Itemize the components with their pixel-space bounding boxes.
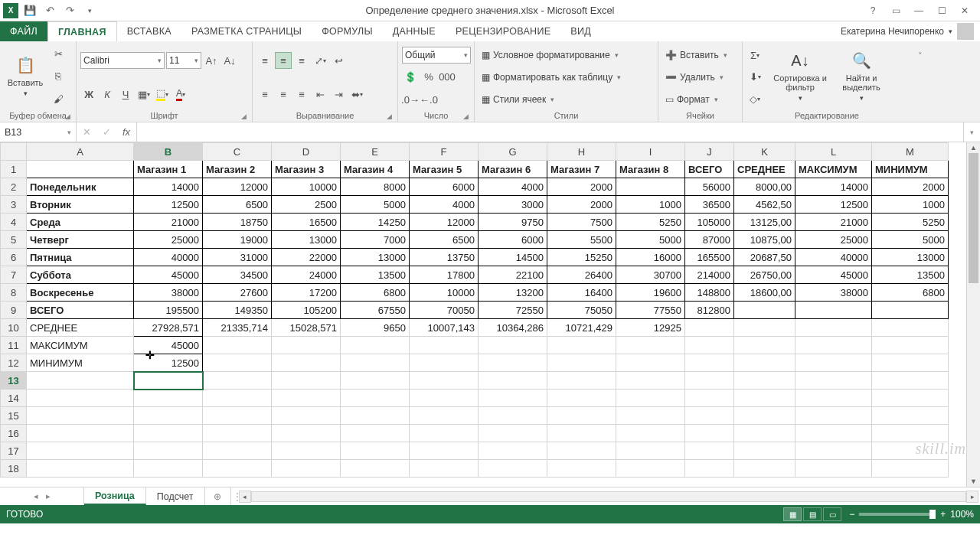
empty-cell[interactable] — [872, 390, 949, 407]
data-cell[interactable]: 2000 — [872, 178, 949, 196]
empty-cell[interactable] — [272, 425, 341, 442]
data-cell[interactable]: 21000 — [795, 214, 872, 231]
find-select-button[interactable]: 🔍Найти и выделить▾ — [831, 44, 892, 109]
border-icon[interactable]: ▦▾ — [136, 86, 152, 103]
account-name[interactable]: Екатерина Нечипоренко▾ — [841, 21, 980, 41]
row-label[interactable]: Пятница — [27, 249, 134, 266]
header-cell[interactable]: СРЕДНЕЕ — [734, 161, 795, 178]
row-header[interactable]: 7 — [1, 266, 27, 284]
vertical-scrollbar[interactable]: ▲ ▼ — [966, 142, 980, 487]
data-cell[interactable]: 10000 — [410, 284, 479, 302]
empty-cell[interactable] — [616, 407, 685, 425]
empty-cell[interactable] — [479, 425, 547, 442]
col-header-C[interactable]: C — [203, 143, 272, 161]
shrink-font-icon[interactable]: A↓ — [221, 52, 238, 69]
empty-cell[interactable] — [734, 407, 795, 425]
empty-cell[interactable] — [203, 390, 272, 407]
row-label[interactable]: Четверг — [27, 231, 134, 249]
ribbon-options-icon[interactable]: ▭ — [885, 2, 906, 19]
data-cell[interactable]: 105200 — [272, 302, 341, 319]
data-cell[interactable]: 149350 — [203, 302, 272, 319]
tab-view[interactable]: ВИД — [560, 21, 601, 41]
font-color-icon[interactable]: A▾ — [172, 86, 189, 103]
row-header[interactable]: 16 — [1, 425, 27, 442]
data-cell[interactable]: 7500 — [547, 214, 616, 231]
data-cell[interactable]: 13500 — [341, 266, 410, 284]
row-header[interactable]: 6 — [1, 249, 27, 266]
empty-cell[interactable] — [795, 372, 872, 390]
header-cell[interactable]: Магазин 2 — [203, 161, 272, 178]
col-header-B[interactable]: B — [134, 143, 203, 161]
empty-cell[interactable] — [272, 407, 341, 425]
col-header-K[interactable]: K — [734, 143, 795, 161]
empty-cell[interactable] — [547, 460, 616, 478]
data-cell[interactable]: 10000 — [272, 178, 341, 196]
data-cell[interactable] — [341, 354, 410, 372]
sort-filter-button[interactable]: А↓Сортировка и фильтр▾ — [769, 44, 831, 109]
data-cell[interactable]: 12000 — [410, 214, 479, 231]
empty-cell[interactable] — [27, 425, 134, 442]
row-header[interactable]: 2 — [1, 178, 27, 196]
data-cell[interactable]: 26400 — [547, 266, 616, 284]
data-cell[interactable]: 5250 — [616, 214, 685, 231]
row-label[interactable]: Среда — [27, 214, 134, 231]
row-header[interactable]: 3 — [1, 196, 27, 214]
header-cell[interactable]: Магазин 5 — [410, 161, 479, 178]
data-cell[interactable]: 45000 — [795, 266, 872, 284]
new-sheet-icon[interactable]: ⊕ — [205, 487, 231, 505]
empty-cell[interactable] — [203, 425, 272, 442]
empty-cell[interactable] — [616, 460, 685, 478]
empty-cell[interactable] — [734, 442, 795, 460]
row-label[interactable]: Вторник — [27, 196, 134, 214]
data-cell[interactable]: 36500 — [685, 196, 734, 214]
data-cell[interactable] — [341, 337, 410, 354]
data-cell[interactable] — [410, 354, 479, 372]
name-box[interactable]: B13▾ — [0, 122, 77, 142]
orientation-icon[interactable]: ⤢▾ — [312, 52, 328, 69]
data-cell[interactable]: 87000 — [685, 231, 734, 249]
data-cell[interactable]: 195500 — [134, 302, 203, 319]
data-cell[interactable] — [795, 319, 872, 337]
cancel-icon[interactable]: ✕ — [77, 126, 96, 138]
empty-cell[interactable] — [134, 372, 203, 390]
row-header[interactable]: 17 — [1, 442, 27, 460]
data-cell[interactable]: 25000 — [134, 231, 203, 249]
data-cell[interactable] — [872, 319, 949, 337]
empty-cell[interactable] — [734, 390, 795, 407]
autosum-icon[interactable]: Σ▾ — [746, 47, 763, 64]
data-cell[interactable]: 16500 — [272, 214, 341, 231]
data-cell[interactable]: 6800 — [872, 284, 949, 302]
dialog-launcher-icon[interactable]: ◢ — [241, 112, 247, 120]
data-cell[interactable]: 13200 — [479, 284, 547, 302]
data-cell[interactable]: 13750 — [410, 249, 479, 266]
data-cell[interactable]: 214000 — [685, 266, 734, 284]
empty-cell[interactable] — [341, 372, 410, 390]
header-cell[interactable]: Магазин 4 — [341, 161, 410, 178]
row-header[interactable]: 14 — [1, 390, 27, 407]
data-cell[interactable] — [795, 354, 872, 372]
data-cell[interactable]: 24000 — [272, 266, 341, 284]
fill-color-icon[interactable]: ⬚▾ — [154, 86, 171, 103]
data-cell[interactable]: 13000 — [272, 231, 341, 249]
empty-cell[interactable] — [134, 460, 203, 478]
align-left-icon[interactable]: ≡ — [256, 86, 273, 103]
data-cell[interactable]: 6500 — [410, 231, 479, 249]
col-header-I[interactable]: I — [616, 143, 685, 161]
delete-cells-button[interactable]: ➖ Удалить▾ — [662, 69, 730, 86]
data-cell[interactable]: 22100 — [479, 266, 547, 284]
copy-icon[interactable]: ⎘ — [50, 68, 67, 85]
data-cell[interactable]: 12500 — [134, 354, 203, 372]
data-cell[interactable]: 9750 — [479, 214, 547, 231]
data-cell[interactable]: 2500 — [272, 196, 341, 214]
empty-cell[interactable] — [685, 442, 734, 460]
row-header[interactable]: 10 — [1, 319, 27, 337]
data-cell[interactable]: 20687,50 — [734, 249, 795, 266]
empty-cell[interactable] — [616, 442, 685, 460]
row-label[interactable]: МАКСИМУМ — [27, 337, 134, 354]
horizontal-scrollbar[interactable]: ⋮ ◂ ▸ — [231, 487, 980, 505]
data-cell[interactable]: 105000 — [685, 214, 734, 231]
data-cell[interactable]: 3000 — [479, 196, 547, 214]
row-label[interactable]: Понедельник — [27, 178, 134, 196]
row-label[interactable]: ВСЕГО — [27, 302, 134, 319]
data-cell[interactable]: 812800 — [685, 302, 734, 319]
